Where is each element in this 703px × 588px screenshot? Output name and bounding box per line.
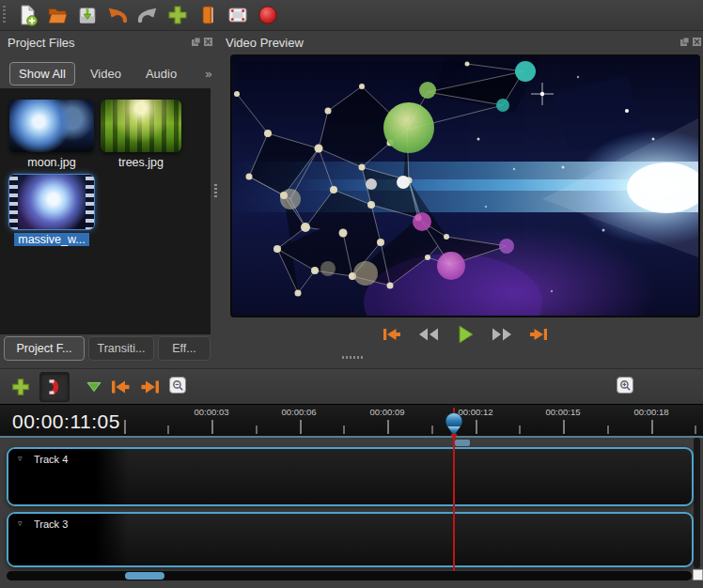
add-track-button[interactable] — [6, 372, 36, 402]
panel-splitter-handle[interactable] — [214, 184, 217, 199]
ruler-tick — [695, 426, 696, 434]
open-project-button[interactable] — [42, 1, 72, 29]
tab-show-all[interactable]: Show All — [9, 62, 75, 85]
magnet-icon — [44, 377, 65, 397]
snapping-toggle-button[interactable] — [39, 372, 70, 402]
toolbar-drag-handle[interactable] — [3, 6, 6, 24]
zoom-in-button[interactable] — [617, 377, 633, 394]
previous-marker-button[interactable] — [105, 372, 135, 402]
track-row-4[interactable]: ▿ Track 4 — [7, 447, 694, 506]
ruler-label: 00:00:09 — [359, 407, 415, 417]
ruler-tick — [343, 426, 345, 434]
scrollbar-corner — [693, 569, 703, 580]
fast-forward-button[interactable] — [488, 322, 516, 347]
tab-audio[interactable]: Audio — [136, 62, 186, 85]
jump-to-end-button[interactable] — [524, 322, 553, 347]
preview-timeline-splitter-handle[interactable] — [342, 356, 363, 359]
play-button[interactable] — [451, 322, 479, 347]
export-video-icon — [256, 3, 280, 27]
horizontal-scrollbar-thumb[interactable] — [125, 572, 164, 580]
redo-button[interactable] — [133, 1, 163, 29]
choose-profile-icon — [196, 4, 219, 26]
file-item-trees[interactable]: trees.jpg — [101, 100, 181, 170]
jump-to-start-button[interactable] — [378, 322, 406, 347]
file-label-selected: massive_w... — [14, 233, 89, 246]
choose-profile-button[interactable] — [193, 1, 223, 29]
file-label: trees.jpg — [118, 156, 164, 169]
fullscreen-icon — [227, 4, 249, 26]
chevron-down-icon[interactable]: ▿ — [18, 454, 23, 463]
previous-marker-icon — [108, 377, 133, 397]
open-project-icon — [46, 4, 69, 26]
ruler-tick — [256, 426, 258, 434]
tab-video[interactable]: Video — [81, 62, 131, 85]
close-panel-icon[interactable] — [203, 37, 213, 47]
import-files-button[interactable] — [163, 1, 193, 29]
main-toolbar — [0, 0, 703, 31]
fast-forward-icon — [490, 325, 514, 344]
next-marker-icon — [138, 377, 163, 397]
rewind-button[interactable] — [414, 322, 443, 347]
import-files-icon — [166, 4, 189, 26]
chevron-down-icon[interactable]: ▿ — [18, 518, 23, 528]
jump-to-start-icon — [380, 325, 404, 344]
track-row-3[interactable]: ▿ Track 3 — [7, 512, 694, 567]
close-panel-icon[interactable] — [692, 37, 702, 47]
file-filter-tabs: Show All Video Audio » — [9, 62, 211, 85]
ruler-label: 00:00:15 — [535, 407, 591, 417]
tabs-overflow-button[interactable]: » — [205, 67, 211, 81]
playback-controls — [231, 320, 699, 348]
moon-thumbnail — [9, 100, 94, 152]
project-files-title: Project Files — [8, 36, 75, 50]
video-preview-frame[interactable] — [230, 54, 700, 317]
play-icon — [454, 323, 476, 346]
current-time-display: 00:00:11:05 — [12, 410, 120, 433]
ruler-tick — [167, 426, 169, 434]
playhead-marker[interactable] — [444, 412, 464, 441]
save-project-button[interactable] — [72, 1, 102, 29]
playhead-grip[interactable] — [455, 440, 470, 446]
timeline-ruler[interactable]: 00:00:11:05 00:00:03 00:00:06 00:00:09 0… — [0, 404, 703, 436]
video-preview-title: Video Preview — [226, 36, 304, 50]
float-panel-icon[interactable] — [191, 37, 201, 47]
zoom-in-icon — [619, 379, 632, 392]
ruler-tick — [563, 420, 565, 434]
new-project-button[interactable] — [12, 1, 42, 29]
tab-project-files[interactable]: Project F... — [4, 336, 85, 361]
ruler-label: 00:00:03 — [183, 407, 240, 417]
tab-effects[interactable]: Eff... — [158, 336, 211, 361]
file-item-moon[interactable]: moon.jpg — [9, 100, 94, 170]
ruler-tick — [519, 426, 521, 434]
save-project-icon — [76, 4, 99, 26]
ruler-tick — [300, 420, 302, 434]
file-item-massive-video[interactable]: massive_w... — [9, 175, 94, 247]
export-video-button[interactable] — [253, 1, 283, 29]
openshot-window: Project Files Video Preview Show All Vid… — [0, 0, 703, 588]
float-panel-icon[interactable] — [680, 37, 690, 47]
zoom-out-icon — [172, 379, 184, 392]
track-header — [8, 449, 129, 504]
project-files-list[interactable]: moon.jpg trees.jpg massive_w... — [0, 88, 211, 334]
ruler-label: 00:00:18 — [623, 407, 680, 417]
tracks-top-border — [0, 436, 703, 438]
ruler-tick — [211, 420, 213, 434]
new-project-icon — [16, 4, 39, 26]
tracks-vertical-scrollbar[interactable] — [694, 438, 700, 568]
tab-transitions[interactable]: Transiti... — [88, 336, 154, 361]
track-name: Track 3 — [34, 518, 68, 530]
track-name: Track 4 — [34, 454, 68, 465]
video-frame — [232, 56, 698, 316]
zoom-out-button[interactable] — [169, 377, 186, 394]
timeline-horizontal-scrollbar[interactable] — [7, 571, 692, 580]
ruler-tick — [431, 426, 433, 434]
redo-icon — [136, 4, 159, 26]
fullscreen-button[interactable] — [223, 1, 253, 29]
undo-button[interactable] — [102, 1, 133, 29]
timeline-tracks-area[interactable]: ▿ Track 4 ▿ Track 3 — [0, 436, 703, 571]
next-marker-button[interactable] — [135, 372, 165, 402]
ruler-tick — [651, 420, 653, 434]
ruler-tick — [124, 420, 126, 434]
ruler-tick — [607, 426, 609, 434]
marker-down-arrow-icon — [84, 377, 104, 397]
file-label: moon.jpg — [27, 156, 75, 169]
